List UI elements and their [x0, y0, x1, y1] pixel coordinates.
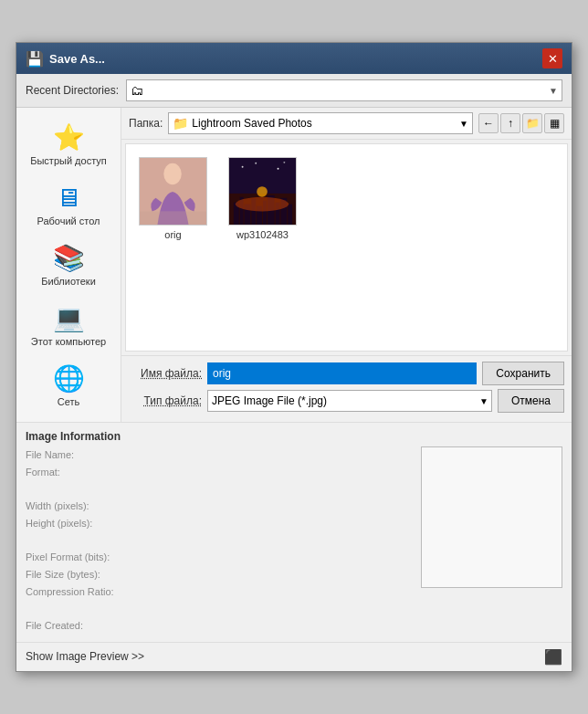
image-information-section: Image Information File Name: Format: Wid…: [16, 422, 572, 642]
folder-dropdown-icon: 📁: [173, 116, 188, 131]
file-name-wp: wp3102483: [236, 229, 289, 240]
folder-toolbar: Папка: 📁 Lightroom Saved Photos ▼ ← ↑ 📁 …: [121, 108, 572, 140]
file-thumbnail-wp: [228, 157, 297, 226]
svg-rect-2: [140, 212, 206, 226]
preview-toggle-icon[interactable]: ⬛: [544, 648, 562, 666]
svg-point-17: [242, 166, 244, 168]
nav-back-button[interactable]: ←: [478, 113, 499, 133]
title-bar-left: 💾 Save As...: [26, 50, 105, 68]
libraries-icon: 📚: [53, 243, 85, 273]
save-button[interactable]: Сохранить: [482, 362, 564, 385]
this-pc-icon: 💻: [53, 303, 85, 333]
recent-directories-label: Recent Directories:: [26, 84, 119, 97]
sidebar-item-desktop[interactable]: 🖥 Рабочий стол: [16, 177, 121, 232]
folder-label: Папка:: [129, 117, 163, 130]
toolbar-buttons: ← ↑ 📁 ▦: [478, 113, 564, 133]
show-preview-label: Show Image Preview: [26, 650, 129, 663]
this-pc-label: Этот компьютер: [31, 336, 106, 347]
view-toggle-button[interactable]: ▦: [544, 113, 564, 133]
info-pixel-format: Pixel Format (bits):: [26, 549, 412, 566]
svg-rect-14: [288, 205, 292, 225]
show-preview-arrow: >>: [131, 650, 144, 663]
info-blank1: [26, 481, 412, 499]
show-preview-row: Show Image Preview >> ⬛: [16, 642, 572, 671]
network-icon: 🌐: [53, 363, 85, 394]
sidebar-item-this-pc[interactable]: 💻 Этот компьютер: [16, 298, 121, 352]
image-info-title: Image Information: [26, 430, 562, 443]
folder-dropdown-arrow: ▼: [459, 119, 468, 129]
sidebar: ⭐ Быстрый доступ 🖥 Рабочий стол 📚 Библио…: [16, 108, 121, 422]
info-file-size: File Size (bytes):: [26, 566, 412, 583]
image-preview-box: [421, 446, 562, 588]
sidebar-item-libraries[interactable]: 📚 Библиотеки: [16, 237, 121, 292]
recent-folder-icon: 🗂: [131, 83, 143, 98]
info-height: Height (pixels):: [26, 515, 412, 532]
content-area: Папка: 📁 Lightroom Saved Photos ▼ ← ↑ 📁 …: [121, 108, 572, 422]
main-area: ⭐ Быстрый доступ 🖥 Рабочий стол 📚 Библио…: [16, 108, 572, 422]
filename-row: Имя файла: Сохранить: [129, 362, 564, 385]
bottom-form: Имя файла: Сохранить Тип файла: JPEG Ima…: [121, 355, 572, 422]
info-labels: File Name: Format: Width (pixels): Heigh…: [26, 446, 412, 635]
save-as-icon: 💾: [26, 50, 44, 68]
file-thumbnail-orig: [139, 157, 207, 226]
libraries-label: Библиотеки: [41, 276, 96, 287]
quick-access-label: Быстрый доступ: [30, 155, 107, 166]
info-blank2: [26, 532, 412, 550]
filetype-label: Тип файла:: [129, 394, 202, 407]
filetype-row: Тип файла: JPEG Image File (*.jpg) ▼ Отм…: [129, 389, 564, 413]
sidebar-item-network[interactable]: 🌐 Сеть: [16, 358, 121, 413]
folder-dropdown[interactable]: 📁 Lightroom Saved Photos ▼: [168, 112, 473, 134]
file-name-orig: orig: [164, 229, 181, 240]
svg-point-19: [278, 168, 279, 170]
filename-label: Имя файла:: [129, 367, 202, 380]
recent-dropdown-arrow: ▼: [549, 86, 558, 96]
filetype-select[interactable]: JPEG Image File (*.jpg): [207, 390, 492, 412]
svg-point-20: [283, 162, 285, 163]
cancel-button[interactable]: Отмена: [498, 389, 564, 413]
info-format: Format:: [26, 464, 412, 481]
info-file-created: File Created:: [26, 617, 412, 635]
svg-point-15: [236, 197, 289, 212]
svg-point-16: [257, 186, 268, 197]
save-as-dialog: 💾 Save As... ✕ Recent Directories: 🗂 ▼ ⭐…: [16, 42, 572, 672]
network-label: Сеть: [58, 396, 79, 407]
file-item-wp[interactable]: wp3102483: [225, 153, 300, 244]
recent-directories-dropdown[interactable]: 🗂 ▼: [126, 79, 562, 101]
folder-name: Lightroom Saved Photos: [192, 117, 311, 130]
nav-up-button[interactable]: ↑: [500, 113, 520, 133]
info-compression: Compression Ratio:: [26, 583, 412, 601]
file-browser[interactable]: orig: [125, 143, 568, 352]
recent-directories-bar: Recent Directories: 🗂 ▼: [16, 74, 572, 108]
dialog-title: Save As...: [49, 52, 105, 66]
new-folder-button[interactable]: 📁: [522, 113, 542, 133]
desktop-icon: 🖥: [56, 183, 81, 213]
svg-point-18: [255, 163, 257, 164]
title-bar: 💾 Save As... ✕: [16, 43, 572, 74]
sidebar-item-quick-access[interactable]: ⭐ Быстрый доступ: [16, 117, 121, 172]
file-item-orig[interactable]: orig: [135, 153, 211, 244]
info-width: Width (pixels):: [26, 498, 412, 515]
filetype-select-wrapper: JPEG Image File (*.jpg) ▼: [207, 390, 492, 412]
filename-input[interactable]: [207, 362, 477, 384]
show-image-preview-link[interactable]: Show Image Preview >>: [26, 650, 144, 663]
info-grid: File Name: Format: Width (pixels): Heigh…: [26, 446, 562, 635]
info-blank3: [26, 600, 412, 617]
close-button[interactable]: ✕: [542, 48, 562, 68]
quick-access-icon: ⭐: [53, 122, 85, 152]
svg-point-1: [163, 163, 181, 184]
info-filename: File Name:: [26, 446, 412, 464]
desktop-label: Рабочий стол: [37, 215, 100, 226]
